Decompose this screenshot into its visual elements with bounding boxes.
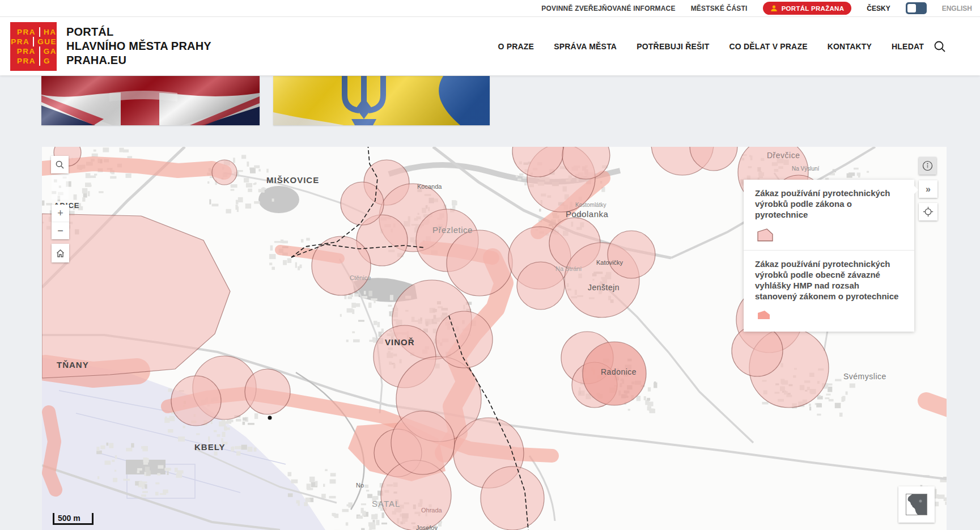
ukraine-flag-banner[interactable] bbox=[273, 76, 490, 125]
language-toggle[interactable] bbox=[906, 2, 927, 14]
pyrotechnics-ban-zone bbox=[42, 214, 230, 378]
language-english[interactable]: ENGLISH bbox=[942, 5, 972, 12]
legend-entry-decree-title: Zákaz používání pyrotechnických výrobků … bbox=[755, 258, 903, 302]
main-nav: O PRAZE SPRÁVA MĚSTA POTŘEBUJI ŘEŠIT CO … bbox=[498, 40, 980, 53]
pyrotechnics-ban-zone bbox=[481, 467, 544, 530]
zone-swatch-law bbox=[757, 228, 774, 242]
language-czech[interactable]: ČESKY bbox=[867, 5, 890, 12]
map-point-marker bbox=[268, 416, 272, 420]
map-label-ohrada: Ohrada bbox=[421, 507, 443, 514]
zone-swatch-decree bbox=[757, 310, 771, 320]
map-label-josefov: Josefov bbox=[416, 524, 438, 530]
map-label-satal: SATAL bbox=[372, 499, 400, 508]
nav-o-praze[interactable]: O PRAZE bbox=[498, 42, 534, 51]
utility-link-mandatory-info[interactable]: POVINNĚ ZVEŘEJŇOVANÉ INFORMACE bbox=[541, 5, 675, 12]
map-label-vino-: VINOŘ bbox=[385, 337, 415, 347]
pyrotechnics-ban-zone bbox=[171, 376, 221, 426]
map-label-p-ezletice: Přezletice bbox=[432, 225, 473, 235]
content-area: MIŠKOVICEKocandaPřezleticePodolankaKosto… bbox=[0, 75, 980, 530]
pyrotechnics-ban-zone bbox=[312, 236, 371, 295]
overview-map-button[interactable] bbox=[898, 486, 935, 523]
map-label-t-any: TŇANY bbox=[57, 360, 89, 370]
map-label-sv-myslice: Svémyslice bbox=[843, 372, 886, 381]
legend-collapse-button[interactable]: » bbox=[919, 180, 937, 198]
map-label-katovi-ky: Katovičky bbox=[596, 259, 623, 266]
portal-button-label: PORTÁL PRAŽANA bbox=[782, 5, 845, 12]
site-title[interactable]: PORTÁL HLAVNÍHO MĚSTA PRAHY PRAHA.EU bbox=[66, 25, 211, 67]
utility-bar: POVINNĚ ZVEŘEJŇOVANÉ INFORMACE MĚSTSKÉ Č… bbox=[0, 0, 980, 17]
pyrotechnics-ban-zone bbox=[245, 369, 290, 414]
legend-entry-law: Zákaz používání pyrotechnických výrobků … bbox=[755, 188, 903, 242]
site-header: PRAHA PRAGUE PRAGA PRAG PORTÁL HLAVNÍHO … bbox=[0, 17, 980, 75]
pyrotechnics-ban-zone bbox=[608, 231, 655, 278]
map-search-panel bbox=[52, 175, 69, 200]
map-label-ct-nice: Ctěnice bbox=[350, 274, 371, 281]
pyrotechnics-ban-zone bbox=[732, 325, 783, 376]
home-extent-button[interactable] bbox=[52, 244, 69, 262]
nav-kontakty[interactable]: KONTAKTY bbox=[828, 42, 872, 51]
map-label-d-ev-ice: Dřevčice bbox=[767, 151, 800, 160]
nav-co-delat-v-praze[interactable]: CO DĚLAT V PRAZE bbox=[729, 42, 807, 51]
toggle-knob bbox=[907, 4, 916, 12]
legend-entry-law-title: Zákaz používání pyrotechnických výrobků … bbox=[755, 188, 903, 220]
overview-map-thumbnail bbox=[906, 494, 927, 515]
info-button[interactable] bbox=[919, 157, 936, 175]
map-canvas[interactable]: MIŠKOVICEKocandaPřezleticePodolankaKosto… bbox=[42, 147, 947, 530]
pyrotechnics-ban-zone bbox=[447, 230, 512, 296]
praha-logo[interactable]: PRAHA PRAGUE PRAGA PRAG bbox=[10, 22, 57, 71]
map-label-podolanka: Podolanka bbox=[566, 209, 609, 219]
pyrotechnics-ban-zone bbox=[212, 160, 237, 185]
map-label-jen-tejn: Jenštejn bbox=[588, 283, 620, 292]
pyrotechnics-ban-corridor bbox=[49, 412, 56, 490]
map-label-kostoml-tky: Kostomlátky bbox=[575, 202, 606, 208]
header-search-button[interactable]: HLEDAT bbox=[892, 40, 946, 53]
pyrotechnics-ban-zone bbox=[341, 182, 384, 225]
map-label-kbely: KBELY bbox=[194, 442, 225, 452]
map-label-no: No bbox=[356, 482, 364, 489]
map-label-na-str-ni: Na Stráni bbox=[555, 265, 582, 272]
pyrotechnics-ban-zone bbox=[391, 411, 455, 474]
zoom-out-button[interactable]: − bbox=[52, 222, 69, 239]
map-label-kocanda: Kocanda bbox=[417, 183, 442, 190]
locate-button[interactable] bbox=[919, 203, 937, 221]
search-label: HLEDAT bbox=[892, 42, 924, 51]
utility-link-city-districts[interactable]: MĚSTSKÉ ČÁSTI bbox=[691, 5, 748, 12]
search-icon bbox=[934, 40, 946, 53]
map-search-button[interactable] bbox=[51, 156, 69, 173]
person-icon bbox=[770, 5, 778, 12]
nav-sprava-mesta[interactable]: SPRÁVA MĚSTA bbox=[554, 42, 617, 51]
map-label-mi-kovice: MIŠKOVICE bbox=[266, 175, 319, 185]
map-label-na-v-slun-: Na Výsluní bbox=[792, 166, 820, 172]
legend-separator bbox=[744, 250, 914, 251]
map-label-radonice: Radonice bbox=[601, 367, 637, 376]
portal-prazana-button[interactable]: PORTÁL PRAŽANA bbox=[763, 2, 852, 15]
legend-panel: Zákaz používání pyrotechnických výrobků … bbox=[744, 180, 914, 332]
scale-label: 500 m bbox=[58, 514, 80, 523]
zoom-controls: + − bbox=[52, 205, 69, 239]
pyrotechnics-ban-corridor bbox=[926, 401, 947, 409]
zoom-in-button[interactable]: + bbox=[52, 205, 69, 222]
map-scale-bar: 500 m bbox=[53, 513, 94, 525]
legend-entry-decree: Zákaz používání pyrotechnických výrobků … bbox=[755, 258, 903, 320]
uk-flag-banner[interactable] bbox=[41, 76, 260, 125]
nav-potrebuji-resit[interactable]: POTŘEBUJI ŘEŠIT bbox=[637, 42, 709, 51]
